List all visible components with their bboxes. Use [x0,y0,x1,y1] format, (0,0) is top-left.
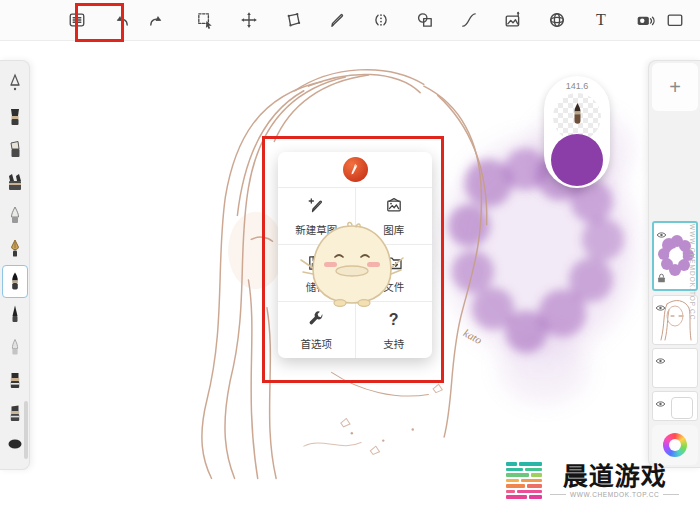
layer-visibility-icon[interactable] [655,394,666,412]
brush-pencil-icon[interactable] [322,5,352,35]
move-transform-icon[interactable] [234,5,264,35]
watermark-logo-icon [506,462,542,499]
brush-tip-icon [570,102,585,132]
crop-canvas-icon[interactable] [660,5,690,35]
watermark: 晨道游戏 WWW.CHEMDOK.TOP.CC [506,462,679,499]
menu-item-label: 首选项 [301,336,333,351]
popup-row-1: 新建草图 图库 [278,188,432,245]
menu-item-gallery[interactable]: 图库 [356,188,433,244]
color-wheel-cell [652,425,698,465]
menu-item-label: 文件 [383,279,404,294]
text-tool-icon[interactable]: T [586,5,616,35]
layer-lock-icon[interactable] [657,269,666,287]
current-color-disc[interactable] [551,134,603,186]
layer-visibility-icon[interactable] [655,351,666,369]
brush-item-ink-nib-pen[interactable] [2,232,28,265]
background-color-chip [671,397,693,419]
menu-item-label: 支持 [383,336,404,351]
files-icon [384,253,404,273]
redo-icon[interactable] [142,5,172,35]
add-layer-button[interactable]: + [652,63,698,111]
menu-item-preferences[interactable]: 首选项 [278,302,356,358]
perspective-guides-icon[interactable] [542,5,572,35]
side-watermark-text: WWW.CHEMDOK.TOP.CC [689,224,696,320]
brush-item-bullet-pen-selected[interactable] [2,265,28,298]
menu-item-new-sketch[interactable]: 新建草图 [278,188,356,244]
brush-item-double-marker[interactable] [2,166,28,199]
brushbar-scrollbar[interactable] [24,401,28,459]
distort-icon[interactable] [278,5,308,35]
gallery-icon [384,196,404,216]
import-image-icon[interactable] [498,5,528,35]
brush-item-chisel-marker[interactable] [2,133,28,166]
brush-item-dark-marker[interactable] [2,100,28,133]
top-toolbar: T [0,0,700,41]
support-question-icon: ? [389,310,399,330]
camera-capture-icon[interactable] [630,5,660,35]
menu-item-label: 图库 [383,222,404,237]
sketchbook-pencil-logo-icon [343,157,368,182]
watermark-title: 晨道游戏 [563,463,667,489]
stroke-curve-icon[interactable] [454,5,484,35]
layer-background[interactable] [652,391,698,421]
brush-item-flat-marker[interactable] [2,364,28,397]
menu-popup: 新建草图 图库 储存 文件 首选项 ? 支持 [278,152,432,358]
menu-icon[interactable] [62,5,92,35]
brush-item-soft-pencil[interactable] [2,331,28,364]
popup-header [278,152,432,188]
brush-item-round-brush[interactable] [2,199,28,232]
menu-item-files[interactable]: 文件 [356,245,433,301]
menu-item-label: 储存 [306,279,327,294]
new-sketch-icon [306,196,326,216]
layer-visibility-icon[interactable] [656,225,667,243]
save-icon [306,253,326,273]
brush-library-sidebar [0,60,30,470]
popup-row-3: 首选项 ? 支持 [278,302,432,358]
add-layer-glyph: + [669,76,681,99]
rect-select-icon[interactable] [190,5,220,35]
symmetry-icon[interactable] [366,5,396,35]
preferences-wrench-icon [306,310,326,330]
layer-empty[interactable] [652,348,698,388]
text-tool-glyph: T [596,12,606,28]
menu-item-save[interactable]: 储存 [278,245,356,301]
layer-visibility-icon[interactable] [655,298,666,316]
menu-item-label: 新建草图 [295,222,337,237]
brush-color-puck[interactable]: 141.6 [544,76,610,188]
brush-item-airbrush[interactable] [2,67,28,100]
shapes-icon[interactable] [410,5,440,35]
watermark-url: WWW.CHEMDOK.TOP.CC [570,491,659,498]
popup-row-2: 储存 文件 [278,245,432,302]
menu-item-support[interactable]: ? 支持 [356,302,433,358]
brush-item-pencil[interactable] [2,298,28,331]
undo-icon[interactable] [106,5,136,35]
brush-size-value: 141.6 [544,81,610,91]
color-wheel-icon[interactable] [663,433,687,457]
